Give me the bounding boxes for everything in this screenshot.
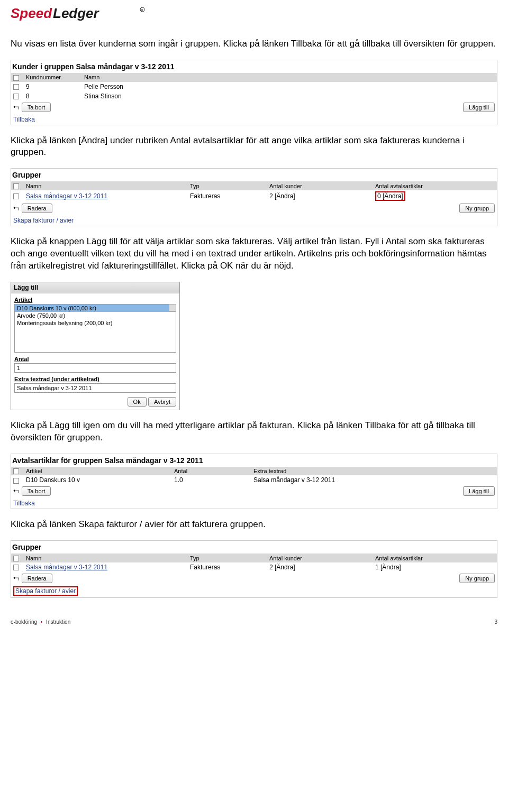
col-kundnummer: Kundnummer <box>24 73 82 82</box>
radera-button[interactable]: Radera <box>22 204 52 213</box>
label-extra-textrad: Extra textrad (under artikelrad) <box>14 376 176 382</box>
panel-kunder-title: Kunder i gruppen Salsa måndagar v 3-12 2… <box>11 60 497 73</box>
label-antal: Antal <box>14 356 176 362</box>
extra-textrad-input[interactable] <box>14 383 176 393</box>
paragraph-3: Klicka på knappen Lägg till för att välj… <box>11 236 497 272</box>
col-namn: Namn <box>24 181 188 190</box>
brand-logo: Speed Ledger R <box>11 5 497 22</box>
cell-extra: Salsa måndagar v 3-12 2011 <box>251 475 497 485</box>
dialog-title: Lägg till <box>11 282 179 293</box>
cell-kundnr: 8 <box>24 91 82 101</box>
antal-input[interactable] <box>14 363 176 373</box>
col-typ: Typ <box>188 553 267 562</box>
ny-grupp-button[interactable]: Ny grupp <box>459 204 495 213</box>
col-namn: Namn <box>82 73 497 82</box>
col-antal-avtalsartiklar: Antal avtalsartiklar <box>373 553 497 562</box>
cell-typ: Faktureras <box>188 562 267 572</box>
paragraph-4: Klicka på Lägg till igen om du vill ha m… <box>11 420 497 444</box>
artikel-listbox[interactable]: D10 Danskurs 10 v (800,00 kr) Arvode (75… <box>14 304 176 353</box>
arrow-up-icon: ⮢ <box>13 487 20 495</box>
radera-button[interactable]: Radera <box>22 574 52 583</box>
col-antal-avtalsartiklar: Antal avtalsartiklar <box>373 181 497 190</box>
ok-button[interactable]: Ok <box>128 397 147 407</box>
cell-kundnr: 9 <box>24 82 82 91</box>
list-item[interactable]: D10 Danskurs 10 v (800,00 kr) <box>15 304 176 312</box>
group-name-link[interactable]: Salsa måndagar v 3-12 2011 <box>26 564 107 571</box>
ta-bort-button[interactable]: Ta bort <box>22 486 51 496</box>
panel-grupper2-title: Grupper <box>11 541 497 553</box>
panel-avtals-title: Avtalsartiklar för gruppen Salsa måndaga… <box>11 454 497 467</box>
logo-text-a: Speed <box>11 5 52 21</box>
table-row: Salsa måndagar v 3-12 2011 Faktureras 2 … <box>11 190 497 202</box>
col-extra: Extra textrad <box>251 467 497 476</box>
panel-grupper-2: Grupper Namn Typ Antal kunder Antal avta… <box>11 540 497 598</box>
table-row: D10 Danskurs 10 v 1.0 Salsa måndagar v 3… <box>11 475 497 485</box>
checkbox-all[interactable] <box>13 75 19 81</box>
col-antal-kunder: Antal kunder <box>267 181 373 190</box>
tillbaka-link[interactable]: Tillbaka <box>13 500 35 507</box>
checkbox-row[interactable] <box>13 478 19 484</box>
col-typ: Typ <box>188 181 267 190</box>
checkbox-all[interactable] <box>13 183 19 189</box>
col-namn: Namn <box>24 553 188 562</box>
checkbox-all[interactable] <box>13 556 19 561</box>
ny-grupp-button[interactable]: Ny grupp <box>459 574 495 583</box>
col-antal: Antal <box>172 467 251 476</box>
col-artikel: Artikel <box>24 467 172 476</box>
avbryt-button[interactable]: Avbryt <box>148 397 176 407</box>
ta-bort-button[interactable]: Ta bort <box>22 103 51 112</box>
svg-text:R: R <box>141 8 143 12</box>
skapa-fakturor-link[interactable]: Skapa fakturor / avier <box>13 586 78 596</box>
list-item[interactable]: Arvode (750,00 kr) <box>15 312 176 319</box>
list-item[interactable]: Monteringssats belysning (200,00 kr) <box>15 319 176 327</box>
arrow-up-icon: ⮢ <box>13 104 20 111</box>
cell-artikel: D10 Danskurs 10 v <box>24 475 172 485</box>
logo-text-b: Ledger <box>53 5 100 21</box>
scrollbar-thumb[interactable] <box>169 304 176 311</box>
avtalsartiklar-andro-link[interactable]: 0 [Ändra] <box>375 191 405 201</box>
cell-antal: 1.0 <box>172 475 251 485</box>
paragraph-2: Klicka på länken [Ändra] under rubriken … <box>11 135 497 159</box>
footer-text-b: Instruktion <box>46 619 70 625</box>
cell-antal-kunder[interactable]: 2 [Ändra] <box>267 562 373 572</box>
cell-namn: Stina Stinson <box>82 91 497 101</box>
cell-antal-kunder[interactable]: 2 [Ändra] <box>267 190 373 202</box>
table-row: 9 Pelle Persson <box>11 82 497 91</box>
tillbaka-link[interactable]: Tillbaka <box>13 116 35 123</box>
page-footer: e-bokföring • Instruktion 3 <box>11 619 497 625</box>
panel-grupper-title: Grupper <box>11 169 497 181</box>
cell-namn: Pelle Persson <box>82 82 497 91</box>
bullet-icon: • <box>41 619 43 625</box>
col-antal-kunder: Antal kunder <box>267 553 373 562</box>
cell-typ: Faktureras <box>188 190 267 202</box>
table-row: 8 Stina Stinson <box>11 91 497 101</box>
skapa-fakturor-link[interactable]: Skapa fakturor / avier <box>13 217 74 224</box>
footer-text-a: e-bokföring <box>11 619 37 625</box>
lagg-till-button[interactable]: Lägg till <box>463 486 495 496</box>
checkbox-row[interactable] <box>13 94 19 99</box>
paragraph-5: Klicka på länken Skapa fakturor / avier … <box>11 519 497 531</box>
lagg-till-dialog: Lägg till Artikel D10 Danskurs 10 v (800… <box>11 282 180 410</box>
panel-kunder: Kunder i gruppen Salsa måndagar v 3-12 2… <box>11 60 497 125</box>
arrow-up-icon: ⮢ <box>13 205 20 212</box>
cell-antal-artiklar[interactable]: 1 [Ändra] <box>373 562 497 572</box>
table-row: Salsa måndagar v 3-12 2011 Faktureras 2 … <box>11 562 497 572</box>
panel-avtalsartiklar: Avtalsartiklar för gruppen Salsa måndaga… <box>11 454 497 510</box>
page-number: 3 <box>494 619 497 625</box>
checkbox-all[interactable] <box>13 468 19 474</box>
panel-grupper: Grupper Namn Typ Antal kunder Antal avta… <box>11 168 497 226</box>
arrow-up-icon: ⮢ <box>13 575 20 582</box>
group-name-link[interactable]: Salsa måndagar v 3-12 2011 <box>26 192 107 200</box>
label-artikel: Artikel <box>14 297 176 303</box>
paragraph-1: Nu visas en lista över kunderna som ingå… <box>11 38 497 50</box>
checkbox-row[interactable] <box>13 84 19 90</box>
checkbox-row[interactable] <box>13 565 19 570</box>
lagg-till-button[interactable]: Lägg till <box>463 103 495 112</box>
checkbox-row[interactable] <box>13 193 19 199</box>
